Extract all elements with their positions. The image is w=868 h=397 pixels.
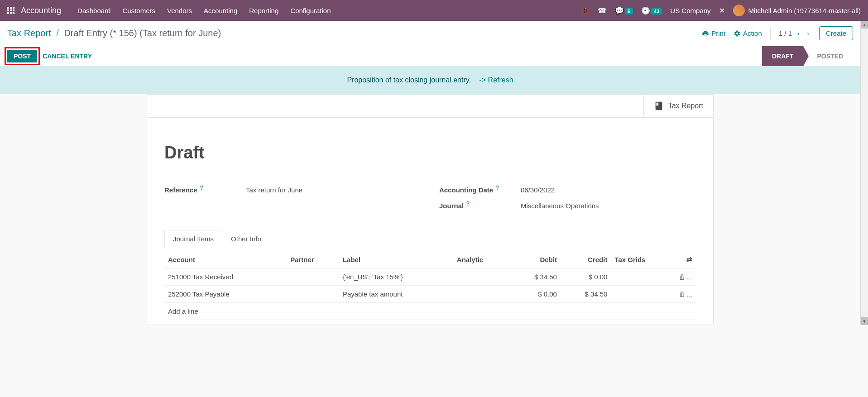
pager-next[interactable]: ›: [805, 29, 811, 38]
cell-account[interactable]: 251000 Tax Received: [164, 268, 287, 286]
menu-configuration[interactable]: Configuration: [285, 4, 336, 17]
pager-prev[interactable]: ‹: [796, 29, 801, 38]
main-menu: Dashboard Customers Vendors Accounting R…: [72, 4, 336, 17]
gear-icon: [734, 30, 741, 37]
col-label[interactable]: Label: [339, 251, 453, 268]
scroll-up-icon[interactable]: ▲: [861, 21, 868, 29]
apps-icon[interactable]: [7, 7, 14, 14]
avatar: [733, 5, 745, 16]
col-credit[interactable]: Credit: [561, 251, 611, 268]
col-partner[interactable]: Partner: [287, 251, 339, 268]
col-analytic[interactable]: Analytic: [453, 251, 510, 268]
accounting-date-label: Accounting Date ?: [439, 184, 521, 194]
delete-row-icon[interactable]: 🗑: [679, 273, 692, 281]
cell-analytic[interactable]: [453, 268, 510, 286]
breadcrumb: Tax Report / Draft Entry (* 156) (Tax re…: [7, 28, 221, 38]
cell-analytic[interactable]: [453, 286, 510, 303]
help-icon[interactable]: ?: [494, 184, 499, 191]
delete-row-icon[interactable]: 🗑: [679, 290, 692, 298]
debug-icon[interactable]: 🐞: [580, 6, 590, 15]
form-sheet: Tax Report Draft Reference ? Tax return …: [147, 94, 714, 325]
help-icon[interactable]: ?: [198, 184, 203, 191]
pager: 1 / 1 ‹ ›: [779, 29, 811, 38]
brand-title[interactable]: Accounting: [21, 6, 61, 15]
cell-account[interactable]: 252000 Tax Payable: [164, 286, 287, 303]
info-banner: Proposition of tax closing journal entry…: [0, 66, 860, 94]
tab-other-info[interactable]: Other Info: [222, 230, 270, 247]
tools-icon[interactable]: ✕: [719, 6, 725, 15]
breadcrumb-current: Draft Entry (* 156) (Tax return for June…: [64, 28, 221, 38]
tab-journal-items[interactable]: Journal Items: [164, 230, 222, 247]
page-title: Draft: [164, 143, 696, 163]
breadcrumb-sep: /: [56, 28, 59, 38]
status-row: POST CANCEL ENTRY DRAFT POSTED: [0, 46, 860, 66]
add-line-button[interactable]: Add a line: [164, 303, 696, 320]
menu-accounting[interactable]: Accounting: [198, 4, 243, 17]
pager-text: 1 / 1: [779, 29, 792, 37]
user-menu[interactable]: Mitchell Admin (19773614-master-all): [733, 5, 861, 16]
messages-icon[interactable]: 💬5: [615, 6, 633, 15]
journal-value[interactable]: Miscellaneous Operations: [521, 202, 599, 210]
scroll-down-icon[interactable]: ▼: [861, 317, 868, 325]
post-highlight: POST: [5, 47, 40, 65]
accounting-date-value[interactable]: 06/30/2022: [521, 186, 555, 194]
banner-text: Proposition of tax closing journal entry…: [347, 76, 471, 84]
action-button[interactable]: Action: [734, 29, 762, 37]
breadcrumb-root[interactable]: Tax Report: [7, 28, 51, 38]
company-switcher[interactable]: US Company: [670, 7, 710, 14]
cell-label[interactable]: {'en_US': 'Tax 15%'}: [339, 268, 453, 286]
support-icon[interactable]: ☎: [598, 6, 607, 15]
help-icon[interactable]: ?: [465, 200, 470, 207]
status-posted[interactable]: POSTED: [803, 46, 853, 66]
table-row[interactable]: 252000 Tax Payable Payable tax amount $ …: [164, 286, 696, 303]
book-icon: [654, 101, 664, 111]
create-button[interactable]: Create: [819, 26, 853, 40]
refresh-link[interactable]: -> Refresh: [479, 76, 513, 84]
cell-tax-grids[interactable]: [611, 268, 675, 286]
cell-debit[interactable]: $ 34.50: [510, 268, 561, 286]
print-button[interactable]: Print: [702, 29, 725, 37]
cancel-entry-button[interactable]: CANCEL ENTRY: [41, 50, 94, 62]
menu-dashboard[interactable]: Dashboard: [72, 4, 116, 17]
cell-credit[interactable]: $ 0.00: [561, 268, 611, 286]
user-name: Mitchell Admin (19773614-master-all): [748, 7, 861, 14]
tax-report-label: Tax Report: [668, 102, 703, 110]
scrollbar[interactable]: ▲ ▼: [860, 21, 868, 325]
status-draft[interactable]: DRAFT: [762, 46, 803, 66]
cell-credit[interactable]: $ 34.50: [561, 286, 611, 303]
tax-report-button[interactable]: Tax Report: [643, 95, 713, 117]
menu-customers[interactable]: Customers: [117, 4, 161, 17]
activities-badge: 43: [651, 8, 662, 14]
cell-partner[interactable]: [287, 268, 339, 286]
options-icon[interactable]: ⇄: [686, 255, 692, 263]
control-bar: Tax Report / Draft Entry (* 156) (Tax re…: [0, 21, 860, 46]
tabs: Journal Items Other Info: [164, 230, 696, 247]
post-button[interactable]: POST: [7, 50, 37, 62]
print-icon: [702, 30, 709, 37]
menu-reporting[interactable]: Reporting: [244, 4, 284, 17]
cell-debit[interactable]: $ 0.00: [510, 286, 561, 303]
reference-label: Reference ?: [164, 184, 246, 194]
col-account[interactable]: Account: [164, 251, 287, 268]
journal-label: Journal ?: [439, 200, 521, 210]
col-debit[interactable]: Debit: [510, 251, 561, 268]
menu-vendors[interactable]: Vendors: [162, 4, 197, 17]
table-row[interactable]: 251000 Tax Received {'en_US': 'Tax 15%'}…: [164, 268, 696, 286]
journal-items-table: Account Partner Label Analytic Debit Cre…: [164, 251, 696, 320]
top-nav: Accounting Dashboard Customers Vendors A…: [0, 0, 868, 21]
status-bar: DRAFT POSTED: [762, 46, 860, 66]
cell-partner[interactable]: [287, 286, 339, 303]
cell-tax-grids[interactable]: [611, 286, 675, 303]
reference-value[interactable]: Tax return for June: [246, 186, 302, 194]
cell-label[interactable]: Payable tax amount: [339, 286, 453, 303]
activities-icon[interactable]: 🕘43: [641, 6, 662, 15]
messages-badge: 5: [625, 8, 633, 14]
col-tax-grids[interactable]: Tax Grids: [611, 251, 675, 268]
nav-right: 🐞 ☎ 💬5 🕘43 US Company ✕ Mitchell Admin (…: [580, 5, 861, 16]
